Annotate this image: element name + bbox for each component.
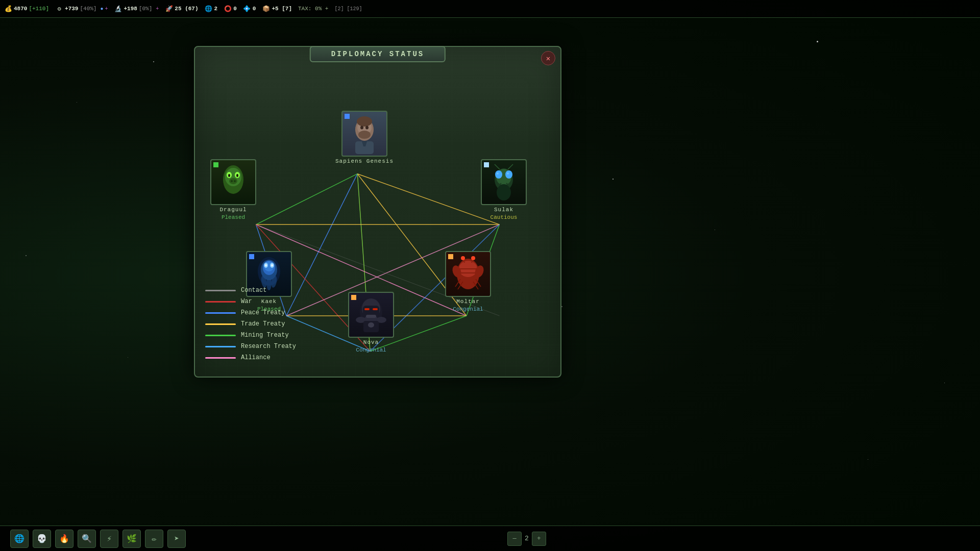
research-treaty-label: Research Treaty [241,343,296,350]
sapiens-portrait [341,111,387,157]
minerals-display: ⚙️ +739 [40%] ● + [55,5,108,13]
alliance-line [205,357,236,359]
peace-treaty-label: Peace Treaty [241,309,285,316]
trade-line [205,323,236,325]
mining-treaty-label: Mining Treaty [241,332,289,339]
sulak-name: Sulak [494,207,513,213]
moltar-name: Moltar [456,298,480,305]
sulak-status: Cautious [491,214,518,220]
minerals-icon: ⚙️ [55,5,63,13]
dialog-title: DIPLOMACY STATUS [310,46,446,62]
bottom-toolbar: 🌐 💀 🔥 🔍 ⚡ 🌿 ✏️ ➤ — 2 + [0,525,980,551]
svg-point-33 [231,180,233,182]
legend-research: Research Treaty [205,343,296,350]
orb2-display: 💠 0 [243,5,256,13]
relations-legend: Contact War Peace Treaty Trade Treaty Mi… [205,287,296,361]
science-display: 🔬 +198 [0%] + [114,5,159,13]
planets-display: 🌐 2 [205,5,218,13]
svg-line-46 [508,164,513,169]
sapiens-name: Sapiens Genesis [335,158,394,164]
svg-point-20 [357,116,372,127]
trade-icon: 📦 [262,5,270,13]
legend-trade: Trade Treaty [205,320,296,328]
moltar-status: Congenial [453,306,483,312]
research-line [205,346,236,347]
draguul-status: Pleased [222,214,245,220]
sapiens-indicator [345,114,350,119]
minerals-value: +739 [65,6,78,12]
legend-war: War [205,298,296,305]
nav-next-btn[interactable]: + [532,532,546,546]
toolbar-nature-btn[interactable]: 🌿 [122,530,141,548]
nav-prev-btn[interactable]: — [507,532,522,546]
alliance-label: Alliance [241,354,271,361]
moltar-portrait [445,251,491,297]
svg-point-40 [505,170,512,179]
svg-line-1 [357,174,499,224]
toolbar-send-btn[interactable]: ➤ [167,530,186,548]
hud-bar: 💰 4870 [+110] ⚙️ +739 [40%] ● + 🔬 +198 [… [0,0,980,18]
draguul-indicator [213,162,218,167]
planets-icon: 🌐 [205,5,213,13]
toolbar-skull-btn[interactable]: 💀 [33,530,51,548]
credits-income: [+110] [29,6,49,12]
nav-page: 2 [525,535,529,542]
svg-point-30 [228,174,230,177]
svg-point-31 [236,174,238,177]
svg-point-68 [471,256,475,260]
orb1-display: ⭕ 0 [224,5,237,13]
toolbar-search-btn[interactable]: 🔍 [78,530,96,548]
legend-alliance: Alliance [205,354,296,361]
contact-label: Contact [241,287,266,294]
orb2-icon: 💠 [243,5,251,13]
kaek-indicator [249,254,254,259]
svg-point-41 [497,172,499,174]
science-icon: 🔬 [114,5,122,13]
toolbar-fire-btn[interactable]: 🔥 [55,530,74,548]
svg-point-54 [265,264,267,267]
legend-mining: Mining Treaty [205,332,296,339]
svg-line-0 [256,174,357,224]
toolbar-energy-btn[interactable]: ⚡ [100,530,118,548]
nova-status: Congenial [356,347,386,353]
peace-line [205,312,236,314]
nova-indicator [351,295,356,300]
svg-rect-83 [366,315,376,318]
svg-line-2 [286,174,357,316]
svg-rect-76 [364,308,370,310]
draguul-portrait [210,159,256,205]
svg-point-34 [234,180,236,182]
faction-moltar[interactable]: Moltar Congenial [445,251,491,312]
svg-line-45 [495,164,500,169]
svg-point-23 [358,131,371,139]
orb1-icon: ⭕ [224,5,232,13]
war-label: War [241,298,252,305]
legend-contact: Contact [205,287,296,294]
credits-icon: 💰 [4,5,12,13]
sulak-indicator [484,162,489,167]
mining-line [205,335,236,336]
ships-display: 🚀 25 (67) [165,5,198,13]
svg-point-82 [368,322,374,328]
svg-point-39 [495,170,502,179]
svg-rect-77 [373,308,378,310]
toolbar-globe-btn[interactable]: 🌐 [10,530,29,548]
faction-nova[interactable]: Nova Congenial [348,292,394,353]
tax-display: TAX: 0% + [298,6,328,12]
science-value: +198 [124,6,137,12]
nova-portrait [348,292,394,338]
toolbar-edit-btn[interactable]: ✏️ [145,530,163,548]
moltar-indicator [448,254,453,259]
faction-sapiens[interactable]: Sapiens Genesis [335,111,394,164]
sulak-portrait [481,159,527,205]
faction-sulak[interactable]: Sulak Cautious [481,159,527,220]
credits-value: 4870 [14,6,27,12]
queue-display: [2] [129] [334,6,362,12]
svg-point-21 [360,126,363,130]
nova-name: Nova [363,339,379,345]
ships-icon: 🚀 [165,5,173,13]
close-button[interactable]: ✕ [541,51,555,65]
ships-value: 25 (67) [175,6,198,12]
faction-draguul[interactable]: Draguul Pleased [210,159,256,220]
planets-value: 2 [214,6,218,12]
